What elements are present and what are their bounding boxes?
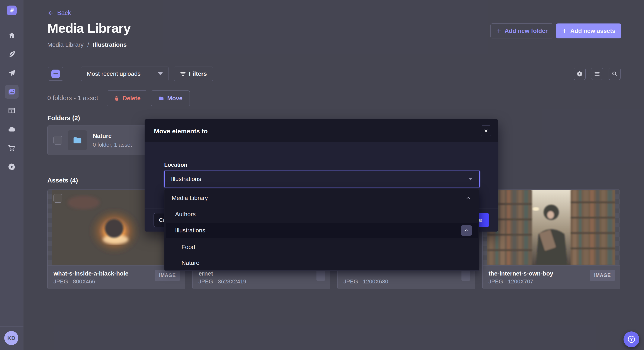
location-tree-dropdown: Media Library Authors Illustrations Food… bbox=[164, 189, 479, 271]
tree-item-label: Authors bbox=[175, 211, 196, 218]
location-combobox[interactable]: Illustrations bbox=[164, 171, 480, 187]
dialog-header: Move elements to bbox=[144, 119, 498, 142]
tree-item-authors[interactable]: Authors bbox=[164, 206, 480, 222]
help-button[interactable]: ? bbox=[624, 331, 639, 347]
question-icon: ? bbox=[627, 335, 636, 344]
location-label: Location bbox=[164, 162, 187, 168]
dialog-title: Move elements to bbox=[154, 128, 208, 135]
tree-item-food[interactable]: Food bbox=[164, 239, 480, 255]
tree-item-media-library[interactable]: Media Library bbox=[164, 190, 480, 206]
tree-item-label: Nature bbox=[182, 259, 200, 266]
location-value: Illustrations bbox=[171, 176, 201, 182]
svg-text:?: ? bbox=[630, 337, 633, 342]
close-button[interactable] bbox=[481, 126, 491, 136]
tree-item-label: Illustrations bbox=[175, 227, 205, 234]
chevron-down-icon bbox=[469, 178, 472, 180]
tree-item-illustrations[interactable]: Illustrations bbox=[166, 223, 478, 238]
tree-item-label: Food bbox=[182, 244, 195, 250]
collapse-button[interactable] bbox=[461, 225, 472, 236]
chevron-up-icon[interactable] bbox=[466, 195, 471, 201]
chevron-up-icon bbox=[464, 228, 469, 233]
tree-item-nature[interactable]: Nature bbox=[164, 255, 480, 271]
tree-item-label: Media Library bbox=[172, 195, 208, 201]
close-icon bbox=[484, 129, 488, 133]
